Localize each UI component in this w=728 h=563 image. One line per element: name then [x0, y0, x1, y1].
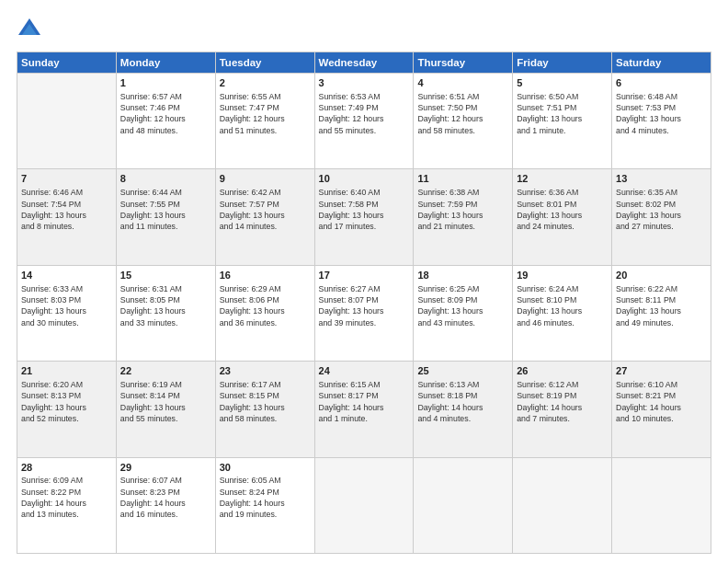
day-info-line: Sunrise: 6:51 AM: [417, 91, 508, 102]
day-info-line: Sunset: 8:01 PM: [517, 199, 608, 210]
day-info-line: Sunset: 8:18 PM: [417, 390, 508, 401]
day-number: 24: [319, 364, 410, 378]
day-number: 14: [21, 269, 112, 282]
day-info-line: and 21 minutes.: [417, 221, 508, 232]
day-info-line: Sunset: 8:19 PM: [517, 390, 608, 401]
day-info-line: and 39 minutes.: [319, 317, 410, 328]
table-row: [17, 74, 117, 169]
table-row: 30Sunrise: 6:05 AMSunset: 8:24 PMDayligh…: [215, 457, 314, 553]
day-info-line: Sunrise: 6:48 AM: [616, 91, 707, 102]
day-info-line: Sunrise: 6:24 AM: [517, 283, 608, 294]
table-row: 15Sunrise: 6:31 AMSunset: 8:05 PMDayligh…: [116, 265, 215, 361]
day-info-line: Sunset: 7:54 PM: [21, 199, 112, 210]
day-info-line: and 11 minutes.: [120, 221, 211, 232]
day-number: 28: [21, 461, 112, 475]
table-row: 18Sunrise: 6:25 AMSunset: 8:09 PMDayligh…: [414, 265, 513, 361]
day-info-line: Sunrise: 6:33 AM: [21, 283, 112, 294]
day-info-line: Sunset: 7:55 PM: [120, 199, 211, 210]
table-row: 22Sunrise: 6:19 AMSunset: 8:14 PMDayligh…: [116, 362, 215, 457]
day-info-line: and 4 minutes.: [417, 413, 508, 424]
day-number: 23: [220, 364, 311, 378]
day-info-line: Sunset: 8:24 PM: [220, 487, 311, 498]
day-info-line: Sunrise: 6:46 AM: [21, 187, 112, 198]
day-info-line: Sunset: 7:53 PM: [616, 102, 707, 113]
col-sunday: Sunday: [17, 52, 117, 74]
day-info-line: and 1 minute.: [319, 413, 410, 424]
day-info-line: Sunrise: 6:53 AM: [319, 91, 410, 102]
day-info-line: Sunrise: 6:22 AM: [616, 283, 707, 294]
day-info-line: Daylight: 12 hours: [319, 113, 410, 124]
col-thursday: Thursday: [414, 52, 513, 74]
table-row: [314, 457, 414, 553]
day-info-line: and 16 minutes.: [120, 509, 211, 520]
table-row: 12Sunrise: 6:36 AMSunset: 8:01 PMDayligh…: [513, 169, 612, 265]
day-info-line: Daylight: 14 hours: [616, 402, 707, 413]
day-info-line: and 33 minutes.: [120, 317, 211, 328]
table-row: [513, 457, 612, 553]
day-number: 27: [616, 364, 707, 378]
day-info-line: Sunrise: 6:42 AM: [220, 187, 311, 198]
day-info-line: Daylight: 13 hours: [220, 402, 311, 413]
day-info-line: and 19 minutes.: [220, 509, 311, 520]
day-number: 22: [120, 364, 211, 378]
day-number: 20: [616, 269, 707, 282]
day-info-line: Sunrise: 6:40 AM: [319, 187, 410, 198]
day-number: 3: [319, 76, 410, 90]
day-number: 21: [21, 364, 112, 378]
day-info-line: Sunrise: 6:50 AM: [517, 91, 608, 102]
table-row: 21Sunrise: 6:20 AMSunset: 8:13 PMDayligh…: [17, 362, 117, 457]
day-info-line: Daylight: 14 hours: [120, 498, 211, 509]
day-info-line: and 13 minutes.: [21, 509, 112, 520]
day-info-line: Daylight: 14 hours: [220, 498, 311, 509]
day-number: 12: [517, 172, 608, 186]
page: Sunday Monday Tuesday Wednesday Thursday…: [0, 0, 728, 563]
day-number: 16: [220, 269, 311, 282]
day-info-line: Sunrise: 6:29 AM: [220, 283, 311, 294]
day-number: 4: [417, 76, 508, 90]
day-info-line: Daylight: 13 hours: [616, 305, 707, 316]
day-info-line: Daylight: 13 hours: [417, 305, 508, 316]
table-row: 14Sunrise: 6:33 AMSunset: 8:03 PMDayligh…: [17, 265, 117, 361]
table-row: 3Sunrise: 6:53 AMSunset: 7:49 PMDaylight…: [314, 74, 414, 169]
table-row: [612, 457, 711, 553]
table-row: 8Sunrise: 6:44 AMSunset: 7:55 PMDaylight…: [116, 169, 215, 265]
logo-icon: [17, 17, 42, 42]
day-info-line: Daylight: 14 hours: [319, 402, 410, 413]
day-info-line: and 4 minutes.: [616, 125, 707, 136]
day-info-line: Sunset: 7:59 PM: [417, 199, 508, 210]
calendar-week-row: 7Sunrise: 6:46 AMSunset: 7:54 PMDaylight…: [17, 169, 711, 265]
day-info-line: Sunset: 8:11 PM: [616, 294, 707, 305]
day-info-line: Sunrise: 6:07 AM: [120, 475, 211, 486]
day-number: 13: [616, 172, 707, 186]
col-saturday: Saturday: [612, 52, 711, 74]
day-number: 25: [417, 364, 508, 378]
day-number: 1: [120, 76, 211, 90]
day-info-line: Sunset: 8:10 PM: [517, 294, 608, 305]
table-row: 29Sunrise: 6:07 AMSunset: 8:23 PMDayligh…: [116, 457, 215, 553]
day-info-line: Sunrise: 6:36 AM: [517, 187, 608, 198]
day-info-line: and 27 minutes.: [616, 221, 707, 232]
day-info-line: Sunrise: 6:27 AM: [319, 283, 410, 294]
day-info-line: Sunrise: 6:17 AM: [220, 379, 311, 390]
logo: [17, 17, 46, 42]
day-info-line: Daylight: 13 hours: [319, 305, 410, 316]
day-info-line: Daylight: 13 hours: [616, 113, 707, 124]
day-info-line: Daylight: 13 hours: [220, 210, 311, 221]
day-info-line: and 48 minutes.: [120, 125, 211, 136]
day-number: 11: [417, 172, 508, 186]
day-info-line: Sunset: 8:07 PM: [319, 294, 410, 305]
day-info-line: and 36 minutes.: [220, 317, 311, 328]
header: [17, 17, 711, 42]
table-row: 11Sunrise: 6:38 AMSunset: 7:59 PMDayligh…: [414, 169, 513, 265]
table-row: 26Sunrise: 6:12 AMSunset: 8:19 PMDayligh…: [513, 362, 612, 457]
calendar-week-row: 14Sunrise: 6:33 AMSunset: 8:03 PMDayligh…: [17, 265, 711, 361]
day-info-line: Daylight: 13 hours: [319, 210, 410, 221]
day-info-line: Sunset: 8:23 PM: [120, 487, 211, 498]
day-info-line: and 58 minutes.: [417, 125, 508, 136]
day-info-line: Sunset: 7:49 PM: [319, 102, 410, 113]
day-info-line: and 46 minutes.: [517, 317, 608, 328]
day-info-line: Sunset: 8:06 PM: [220, 294, 311, 305]
day-info-line: Daylight: 13 hours: [517, 210, 608, 221]
day-number: 6: [616, 76, 707, 90]
day-info-line: Sunrise: 6:05 AM: [220, 475, 311, 486]
